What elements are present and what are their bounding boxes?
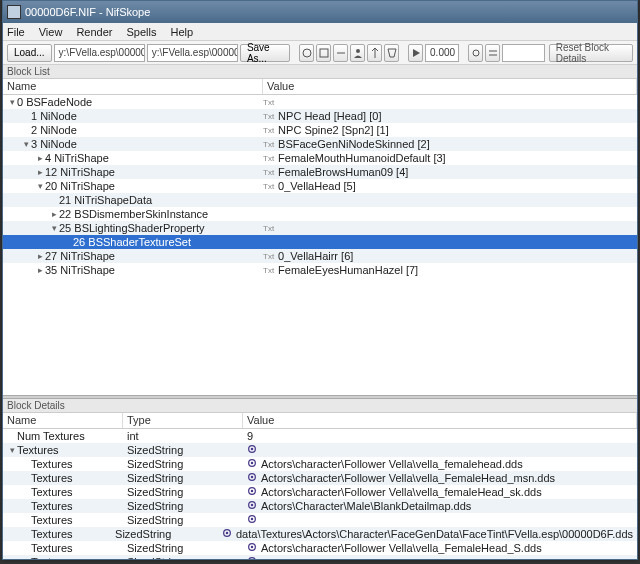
detail-row[interactable]: Num Texturesint9 xyxy=(3,429,637,443)
load-path-field[interactable]: y:\FVella.esp\00000D6F.NIF xyxy=(54,44,145,62)
value-text: FemaleMouthHumanoidDefault [3] xyxy=(278,152,446,164)
tree-row[interactable]: 21 NiTriShapeData xyxy=(3,193,637,207)
view-side-icon[interactable] xyxy=(333,44,348,62)
detail-row[interactable]: TexturesSizedStringActors\character\Foll… xyxy=(3,471,637,485)
detail-row[interactable]: TexturesSizedString xyxy=(3,513,637,527)
reset-block-details-button[interactable]: Reset Block Details xyxy=(549,44,633,62)
tree-row[interactable]: ▸22 BSDismemberSkinInstance xyxy=(3,207,637,221)
twisty-icon[interactable]: ▸ xyxy=(35,265,45,275)
type-tag: Txt xyxy=(263,266,274,275)
gear-icon[interactable] xyxy=(247,458,257,470)
tree-row[interactable]: ▾20 NiTriShapeTxt0_VellaHead [5] xyxy=(3,179,637,193)
prop-name: Num Textures xyxy=(17,430,85,442)
block-details-tree[interactable]: Num Texturesint9▾TexturesSizedStringText… xyxy=(3,429,637,559)
col-name[interactable]: Name xyxy=(3,413,123,428)
loop-icon[interactable] xyxy=(468,44,483,62)
flip-icon[interactable] xyxy=(367,44,382,62)
twisty-icon[interactable]: ▾ xyxy=(7,445,17,455)
saveas-button[interactable]: Save As... xyxy=(240,44,291,62)
gear-icon[interactable] xyxy=(247,486,257,498)
block-details-header: Block Details xyxy=(3,399,637,413)
type-tag: Txt xyxy=(263,182,274,191)
gear-icon[interactable] xyxy=(247,556,257,559)
detail-row[interactable]: TexturesSizedStringActors\character\Foll… xyxy=(3,541,637,555)
twisty-icon[interactable]: ▸ xyxy=(35,167,45,177)
col-name[interactable]: Name xyxy=(3,79,263,94)
menu-spells[interactable]: Spells xyxy=(126,26,156,38)
menu-file[interactable]: File xyxy=(7,26,25,38)
twisty-icon[interactable]: ▾ xyxy=(21,139,31,149)
tree-row[interactable]: ▸35 NiTriShapeTxtFemaleEyesHumanHazel [7… xyxy=(3,263,637,277)
play-icon[interactable] xyxy=(408,44,423,62)
tree-row[interactable]: ▾3 NiNodeTxtBSFaceGenNiNodeSkinned [2] xyxy=(3,137,637,151)
twisty-icon[interactable]: ▸ xyxy=(35,153,45,163)
prop-type: SizedString xyxy=(123,472,243,484)
prop-type: SizedString xyxy=(123,444,243,456)
type-tag: Txt xyxy=(263,154,274,163)
detail-row[interactable]: TexturesSizedStringActors\Character\Male… xyxy=(3,499,637,513)
detail-row[interactable]: TexturesSizedStringdata\Textures\Actors\… xyxy=(3,527,637,541)
view-user-icon[interactable] xyxy=(350,44,365,62)
twisty-icon[interactable]: ▸ xyxy=(35,251,45,261)
prop-type: int xyxy=(123,430,243,442)
prop-name: Textures xyxy=(31,514,73,526)
save-path-field[interactable]: y:\FVella.esp\00000D6F.NIF xyxy=(147,44,238,62)
menu-view[interactable]: View xyxy=(39,26,63,38)
gear-icon[interactable] xyxy=(247,444,257,456)
menu-render[interactable]: Render xyxy=(76,26,112,38)
load-button[interactable]: Load... xyxy=(7,44,52,62)
view-front-icon[interactable] xyxy=(316,44,331,62)
value-text: 0_VellaHead [5] xyxy=(278,180,356,192)
type-tag: Txt xyxy=(263,140,274,149)
svg-rect-1 xyxy=(320,49,328,57)
gear-icon[interactable] xyxy=(247,514,257,526)
perspective-icon[interactable] xyxy=(384,44,399,62)
tree-row[interactable]: 26 BSShaderTextureSet xyxy=(3,235,637,249)
node-label: 26 BSShaderTextureSet xyxy=(73,236,191,248)
detail-row[interactable]: TexturesSizedStringActors\character\Foll… xyxy=(3,485,637,499)
block-list-tree[interactable]: ▾0 BSFadeNodeTxt1 NiNodeTxtNPC Head [Hea… xyxy=(3,95,637,395)
anim-field[interactable] xyxy=(502,44,544,62)
window-title: 00000D6F.NIF - NifSkope xyxy=(25,6,150,18)
value-text: FemaleEyesHumanHazel [7] xyxy=(278,264,418,276)
detail-row[interactable]: TexturesSizedString xyxy=(3,555,637,559)
view-top-icon[interactable] xyxy=(299,44,314,62)
col-value[interactable]: Value xyxy=(243,413,637,428)
gear-icon[interactable] xyxy=(247,500,257,512)
tree-row[interactable]: ▸27 NiTriShapeTxt0_VellaHairr [6] xyxy=(3,249,637,263)
gear-icon[interactable] xyxy=(247,542,257,554)
detail-row[interactable]: ▾TexturesSizedString xyxy=(3,443,637,457)
switch-icon[interactable] xyxy=(485,44,500,62)
menu-help[interactable]: Help xyxy=(170,26,193,38)
col-type[interactable]: Type xyxy=(123,413,243,428)
gear-icon[interactable] xyxy=(222,528,232,540)
prop-value: Actors\character\Follower Vella\vella_fe… xyxy=(261,458,523,470)
svg-point-5 xyxy=(251,448,254,451)
tree-row[interactable]: ▾25 BSLightingShaderPropertyTxt xyxy=(3,221,637,235)
node-label: 27 NiTriShape xyxy=(45,250,115,262)
titlebar[interactable]: 00000D6F.NIF - NifSkope xyxy=(3,1,637,23)
node-label: 1 NiNode xyxy=(31,110,77,122)
twisty-icon[interactable]: ▾ xyxy=(7,97,17,107)
prop-value: Actors\character\Follower Vella\vella_fe… xyxy=(261,486,542,498)
twisty-icon[interactable]: ▾ xyxy=(35,181,45,191)
col-value[interactable]: Value xyxy=(263,79,637,94)
prop-name: Textures xyxy=(31,556,73,559)
tree-row[interactable]: ▸4 NiTriShapeTxtFemaleMouthHumanoidDefau… xyxy=(3,151,637,165)
value-text: NPC Head [Head] [0] xyxy=(278,110,381,122)
node-label: 22 BSDismemberSkinInstance xyxy=(59,208,208,220)
tree-row[interactable]: ▾0 BSFadeNodeTxt xyxy=(3,95,637,109)
twisty-icon[interactable]: ▾ xyxy=(49,223,59,233)
gear-icon[interactable] xyxy=(247,472,257,484)
detail-row[interactable]: TexturesSizedStringActors\character\Foll… xyxy=(3,457,637,471)
block-list-header: Block List xyxy=(3,65,637,79)
prop-type: SizedString xyxy=(123,556,243,559)
time-field[interactable]: 0.000 xyxy=(425,44,459,62)
tree-row[interactable]: ▸12 NiTriShapeTxtFemaleBrowsHuman09 [4] xyxy=(3,165,637,179)
twisty-icon[interactable]: ▸ xyxy=(49,209,59,219)
tree-row[interactable]: 2 NiNodeTxtNPC Spine2 [Spn2] [1] xyxy=(3,123,637,137)
prop-value: data\Textures\Actors\Character\FaceGenDa… xyxy=(236,528,633,540)
tree-row[interactable]: 1 NiNodeTxtNPC Head [Head] [0] xyxy=(3,109,637,123)
node-label: 4 NiTriShape xyxy=(45,152,109,164)
type-tag: Txt xyxy=(263,224,274,233)
